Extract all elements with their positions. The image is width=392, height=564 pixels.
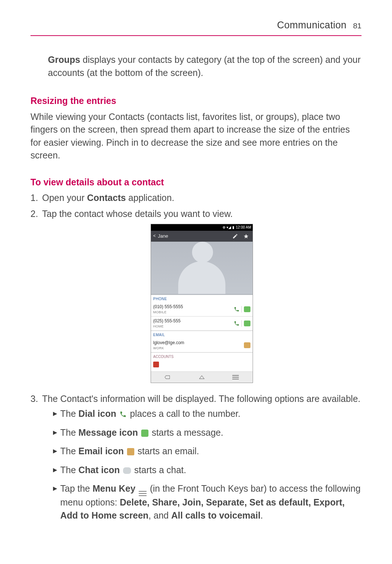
t: Chat icon [78,465,120,475]
google-plus-icon [153,362,159,367]
t: , and [148,510,171,520]
sub-dial: ▶ The Dial icon places a call to the num… [53,407,362,420]
t: The [60,427,78,438]
phone-screenshot: ⊕ ▾◢ ▮ 12:00 AM < Jane [151,224,253,383]
bullet-icon: ▶ [53,410,60,417]
status-icons: ⊕ ▾◢ ▮ [222,225,234,230]
t: All calls to voicemail [171,510,261,520]
groups-paragraph: Groups displays your contacts by categor… [48,53,362,79]
page-body: Groups displays your contacts by categor… [30,53,362,528]
sub-list: ▶ The Dial icon places a call to the num… [42,407,362,522]
resizing-paragraph: While viewing your Contacts (contacts li… [30,110,362,162]
header-rule [30,35,362,36]
bullet-icon: ▶ [53,428,60,436]
t: starts a chat. [132,465,186,475]
dial-icon[interactable] [233,305,241,313]
home-key-icon[interactable] [185,372,219,383]
menu-key-icon[interactable] [219,372,253,383]
email-icon [127,448,134,455]
heading-view-details: To view details about a contact [30,176,362,189]
contact-photo [151,242,253,295]
section-view-details: To view details about a contact Open you… [30,176,362,528]
back-key-icon[interactable] [151,372,185,383]
dial-icon[interactable] [233,319,241,327]
step1-text-a: Open your [42,193,87,203]
t: Menu Key [93,483,135,494]
phone-row-mobile[interactable]: (010) 555-5555 MOBILE [151,302,253,317]
message-icon [141,430,148,437]
status-time: 12:00 AM [236,225,251,230]
t: places a call to the number. [127,408,240,419]
section-resizing: Resizing the entries While viewing your … [30,94,362,162]
step-2: Tap the contact whose details you want t… [30,208,362,390]
t: . [261,510,263,520]
contact-app-bar: < Jane [151,231,253,242]
email-icon[interactable] [244,342,250,348]
account-row[interactable] [151,360,253,372]
edit-icon[interactable] [231,233,240,240]
phone-section-label: PHONE [151,295,253,302]
t: The [60,465,78,475]
divider [241,320,242,327]
email-type: WORK [153,346,242,351]
step1-text-b: Contacts [87,193,126,203]
manual-page: Communication 81 Groups displays your co… [0,0,392,564]
step-1: Open your Contacts application. [30,192,362,205]
email-address: lglove@lge.com [153,340,242,346]
phone-number-home: (025) 555-555 [153,318,231,324]
status-bar: ⊕ ▾◢ ▮ 12:00 AM [151,224,253,231]
heading-resizing: Resizing the entries [30,94,362,108]
section-title: Communication [277,20,346,31]
sub-email: ▶ The Email icon starts an email. [53,445,362,458]
message-icon[interactable] [244,321,250,326]
menu-key-icon [139,491,147,496]
sub-menu: ▶ Tap the Menu Key (in the Front Touch K… [53,482,362,522]
phone-row-home[interactable]: (025) 555-555 HOME [151,317,253,331]
email-row[interactable]: lglove@lge.com WORK [151,338,253,352]
sub-chat: ▶ The Chat icon starts a chat. [53,464,362,477]
t: Tap the [60,483,93,494]
running-header: Communication 81 [30,20,362,31]
t: Message icon [78,427,138,438]
silhouette-icon [178,261,225,295]
t: Email icon [78,446,124,456]
bullet-icon: ▶ [53,466,60,474]
divider [241,306,242,313]
groups-desc: displays your contacts by category (at t… [48,55,361,78]
step1-text-c: application. [126,193,174,203]
phone-type-mobile: MOBILE [153,310,231,315]
dial-icon [119,408,127,416]
phone-type-home: HOME [153,324,231,329]
message-icon[interactable] [244,306,250,312]
step-3: The Contact's information will be displa… [30,392,362,528]
front-touch-keys [151,372,253,383]
steps-list: Open your Contacts application. Tap the … [30,192,362,528]
phone-number-mobile: (010) 555-5555 [153,304,231,310]
t: Dial icon [78,408,116,419]
groups-label: Groups [48,55,80,65]
t: starts a message. [149,427,223,438]
t: starts an email. [135,446,199,456]
email-section-label: EMAIL [151,331,253,338]
contact-name: Jane [158,233,229,239]
sub-message: ▶ The Message icon starts a message. [53,426,362,439]
bullet-icon: ▶ [53,484,60,492]
favorite-star-icon[interactable] [242,233,250,240]
chat-icon [123,467,131,474]
step2-text: Tap the contact whose details you want t… [42,209,233,219]
back-chevron-icon[interactable]: < [153,233,156,239]
bullet-icon: ▶ [53,447,60,455]
page-number: 81 [353,21,362,30]
step3-text: The Contact's information will be displa… [42,394,360,404]
accounts-section-label: ACCOUNTS [151,352,253,360]
t: The [60,408,78,419]
t: The [60,446,78,456]
